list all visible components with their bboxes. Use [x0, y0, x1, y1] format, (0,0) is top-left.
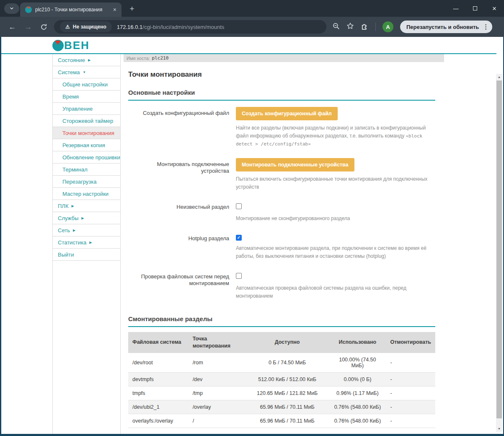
zoom-icon[interactable]: [332, 22, 340, 31]
field-label: Неизвестный раздел: [128, 201, 236, 226]
column-header: Точка монтирования: [189, 332, 246, 353]
generate-config-button[interactable]: Создать конфигурационный файл: [236, 107, 338, 120]
bookmark-star-icon[interactable]: [346, 22, 354, 31]
owen-logo-text: ВЕН: [64, 39, 90, 52]
section-general-settings-title: Основные настройки: [128, 89, 435, 101]
sidebar-item-time[interactable]: Время: [53, 91, 120, 103]
form-row-generate-config: Создать конфигурационный файл Создать ко…: [128, 107, 435, 152]
relaunch-update-button[interactable]: Перезапустить и обновить ⋮: [400, 21, 492, 33]
table-row: tmpfs /tmp 120.65 МиБ / 121.82 МиБ 0.96%…: [128, 386, 435, 400]
tab-close-icon[interactable]: ×: [111, 6, 118, 13]
sidebar-item-network[interactable]: Сеть▶: [53, 224, 120, 236]
cell-filesystem: /dev/root: [128, 353, 189, 373]
cell-filesystem: devtmpfs: [128, 372, 189, 386]
browser-tab[interactable]: plc210 - Точки монтирования ×: [20, 3, 121, 17]
sidebar-item-system[interactable]: Система▼: [53, 66, 120, 78]
arrow-right-icon: ▶: [73, 228, 75, 232]
field-label: Hotplug раздела: [128, 232, 236, 264]
warning-icon: ⚠: [65, 24, 70, 30]
hostname-label: Имя хоста:: [127, 56, 150, 61]
column-header: Отмонтировать: [386, 332, 436, 353]
browser-toolbar: ← → ⚠ Не защищено 172.16.0.1/cgi-bin/luc…: [0, 17, 504, 37]
close-button[interactable]: ✕: [485, 0, 504, 17]
url-host: 172.16.0.1: [117, 24, 142, 30]
extensions-puzzle-icon[interactable]: [361, 22, 369, 32]
table-row: overlayfs:/overlay / 65.96 МиБ / 70.11 М…: [128, 414, 435, 428]
url-path: /cgi-bin/luci/admin/system/mounts: [142, 24, 224, 30]
column-header: Доступно: [246, 332, 329, 353]
column-header: Файловая система: [128, 332, 189, 353]
hostname-value: plc210: [152, 55, 169, 61]
sidebar-item-services[interactable]: Службы▶: [53, 212, 120, 224]
sidebar-item-firmware-update[interactable]: Обновление прошивки: [53, 151, 120, 164]
tab-title: plc210 - Точки монтирования: [35, 7, 109, 13]
arrow-right-icon: ▶: [71, 204, 74, 208]
field-label: Монтировать подключенные устройства: [128, 158, 236, 195]
security-label: Не защищено: [73, 24, 106, 30]
forward-button[interactable]: →: [24, 23, 32, 31]
sidebar-item-mount-points[interactable]: Точки монтирования: [53, 127, 120, 139]
page-viewport: ВЕН Состояние▶ Система▼ Общие настройки …: [0, 37, 504, 434]
cell-used: 0.76% (548.00 КиБ): [329, 414, 386, 428]
check-icon: ✓: [237, 236, 240, 240]
form-row-mount-attached: Монтировать подключенные устройства Монт…: [128, 158, 435, 195]
sidebar-item-setup-wizard[interactable]: Мастер настройки: [53, 188, 120, 200]
toolbar-separator: [375, 23, 376, 31]
cell-filesystem: tmpfs: [128, 386, 189, 400]
scrollbar-thumb[interactable]: [496, 80, 502, 418]
page-title: Точки монтирования: [128, 70, 435, 79]
arrow-right-icon: ▶: [89, 240, 92, 244]
back-button[interactable]: ←: [8, 23, 16, 31]
field-label: Проверка файловых систем перед монтирова…: [128, 270, 236, 304]
maximize-button[interactable]: [465, 0, 485, 17]
security-chip[interactable]: ⚠ Не защищено: [60, 21, 112, 32]
browser-menu-icon[interactable]: ⋮: [483, 23, 489, 31]
sidebar-item-terminal[interactable]: Терминал: [53, 164, 120, 176]
hotplug-checkbox[interactable]: ✓: [236, 235, 242, 241]
maximize-icon: [473, 6, 477, 10]
cell-used: 100.00% (74.50 МиБ): [329, 353, 386, 373]
sidebar-item-reboot[interactable]: Перезагрузка: [53, 176, 120, 188]
cell-mountpoint: /rom: [189, 353, 246, 373]
relaunch-update-label: Перезапустить и обновить: [406, 24, 479, 30]
cell-available: 120.65 МиБ / 121.82 МиБ: [246, 386, 329, 400]
sidebar-item-administration[interactable]: Управление: [53, 103, 120, 115]
profile-avatar[interactable]: A: [383, 21, 393, 32]
table-row: /dev/ubi2_1 /overlay 65.96 МиБ / 70.11 М…: [128, 400, 435, 414]
cell-filesystem: /dev/ubi2_1: [128, 400, 189, 414]
sidebar-item-plc[interactable]: ПЛК▶: [53, 200, 120, 212]
scrollbar-down-icon[interactable]: ▼: [496, 426, 502, 432]
url-text: 172.16.0.1/cgi-bin/luci/admin/system/mou…: [117, 24, 225, 30]
sidebar-item-statistics[interactable]: Статистика▶: [53, 236, 120, 249]
sidebar-item-backup[interactable]: Резервная копия: [53, 139, 120, 151]
cell-mountpoint: /tmp: [189, 386, 246, 400]
owen-logo: ВЕН: [52, 39, 90, 52]
sidebar-item-logout[interactable]: Выйти: [53, 249, 120, 261]
fsck-checkbox[interactable]: [236, 273, 242, 279]
sidebar-item-general-settings[interactable]: Общие настройки: [53, 78, 120, 91]
main-content: Имя хоста: plc210 Точки монтирования Осн…: [121, 54, 454, 434]
form-row-hotplug: Hotplug раздела ✓ Автоматическое монтиро…: [128, 232, 435, 264]
page-scrollbar[interactable]: ▲ ▼: [496, 74, 502, 432]
cell-unmount: -: [386, 414, 436, 428]
new-tab-button[interactable]: +: [127, 3, 137, 14]
sidebar-item-status[interactable]: Состояние▶: [53, 54, 120, 66]
field-description: Монтирование не сконфигурированного разд…: [236, 215, 434, 223]
field-label: Создать конфигурационный файл: [128, 107, 236, 152]
reload-button[interactable]: [40, 23, 47, 31]
tab-search-button[interactable]: [4, 3, 19, 14]
toolbar-right: A Перезапустить и обновить ⋮: [332, 21, 496, 33]
scrollbar-up-icon[interactable]: ▲: [496, 74, 502, 80]
anonymous-mount-checkbox[interactable]: [236, 203, 242, 209]
sidebar-item-watchdog[interactable]: Сторожевой таймер: [53, 115, 120, 127]
arrow-right-icon: ▶: [81, 216, 84, 220]
cell-unmount: -: [386, 386, 436, 400]
cell-used: 0.76% (548.00 КиБ): [329, 400, 386, 414]
owen-logo-o-icon: [52, 40, 64, 51]
minimize-button[interactable]: —: [446, 0, 465, 17]
address-bar[interactable]: ⚠ Не защищено 172.16.0.1/cgi-bin/luci/ad…: [54, 20, 326, 34]
table-header-row: Файловая система Точка монтирования Дост…: [128, 332, 435, 353]
mount-attached-button[interactable]: Монтировать подключенные устройства: [236, 158, 354, 171]
hostname-bar: Имя хоста: plc210: [124, 54, 444, 62]
column-header: Использовано: [329, 332, 386, 353]
